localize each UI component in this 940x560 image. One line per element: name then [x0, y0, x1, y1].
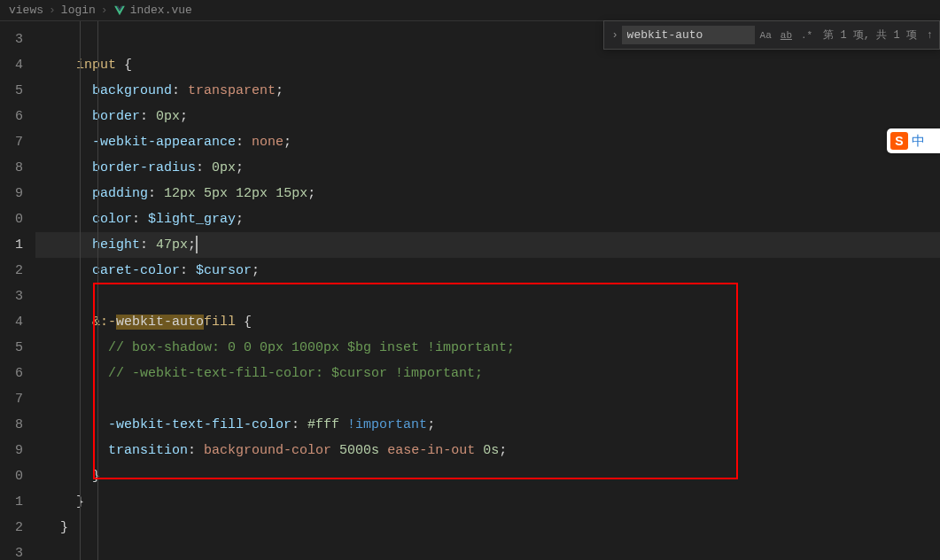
line-number: 7 [0, 386, 35, 412]
code-line: background: transparent; [35, 78, 940, 104]
code-line [35, 541, 940, 560]
vue-file-icon [113, 4, 126, 17]
text-cursor [196, 236, 198, 253]
code-line: input { [35, 52, 940, 78]
line-number: 7 [0, 129, 35, 155]
line-number-gutter: 3 4 5 6 7 8 9 0 1 2 3 4 5 6 7 8 9 0 1 2 … [0, 21, 35, 560]
line-number: 0 [0, 463, 35, 489]
code-line: &:-webkit-autofill { [35, 309, 940, 335]
code-area[interactable]: input { background: transparent; border:… [35, 21, 940, 560]
chevron-right-icon: › [49, 4, 56, 17]
code-line: border-radius: 0px; [35, 155, 940, 181]
line-number: 6 [0, 104, 35, 129]
code-line: -webkit-text-fill-color: #fff !important… [35, 412, 940, 438]
code-editor[interactable]: 3 4 5 6 7 8 9 0 1 2 3 4 5 6 7 8 9 0 1 2 … [0, 21, 940, 560]
line-number: 4 [0, 52, 35, 78]
line-number: 9 [0, 181, 35, 206]
line-number: 0 [0, 206, 35, 232]
line-number: 2 [0, 258, 35, 284]
line-number: 5 [0, 78, 35, 104]
code-line: padding: 12px 5px 12px 15px; [35, 181, 940, 206]
breadcrumb[interactable]: views › login › index.vue [0, 0, 940, 21]
breadcrumb-segment[interactable]: index.vue [130, 4, 192, 17]
line-number: 1 [0, 489, 35, 515]
line-number: 3 [0, 284, 35, 309]
code-line: } [35, 515, 940, 541]
code-line: } [35, 463, 940, 489]
chevron-right-icon: › [101, 4, 108, 17]
code-line: border: 0px; [35, 104, 940, 129]
code-line: -webkit-appearance: none; [35, 129, 940, 155]
line-number: 9 [0, 438, 35, 463]
line-number: 2 [0, 515, 35, 541]
code-line: height: 47px; [35, 232, 940, 258]
line-number: 8 [0, 155, 35, 181]
code-line: // -webkit-text-fill-color: $cursor !imp… [35, 361, 940, 386]
code-line: // box-shadow: 0 0 0px 1000px $bg inset … [35, 335, 940, 361]
line-number: 6 [0, 361, 35, 386]
code-line: caret-color: $cursor; [35, 258, 940, 284]
code-line: transition: background-color 5000s ease-… [35, 438, 940, 463]
breadcrumb-segment[interactable]: views [9, 4, 43, 17]
line-number: 5 [0, 335, 35, 361]
line-number: 1 [0, 232, 35, 258]
code-line: } [35, 489, 940, 515]
code-line: color: $light_gray; [35, 206, 940, 232]
code-line [35, 386, 940, 412]
line-number: 4 [0, 309, 35, 335]
search-highlight: webkit-auto [116, 315, 204, 330]
line-number: 3 [0, 541, 35, 560]
breadcrumb-segment[interactable]: login [61, 4, 96, 17]
code-line [35, 27, 940, 52]
line-number: 3 [0, 27, 35, 52]
code-line [35, 284, 940, 309]
line-number: 8 [0, 412, 35, 438]
